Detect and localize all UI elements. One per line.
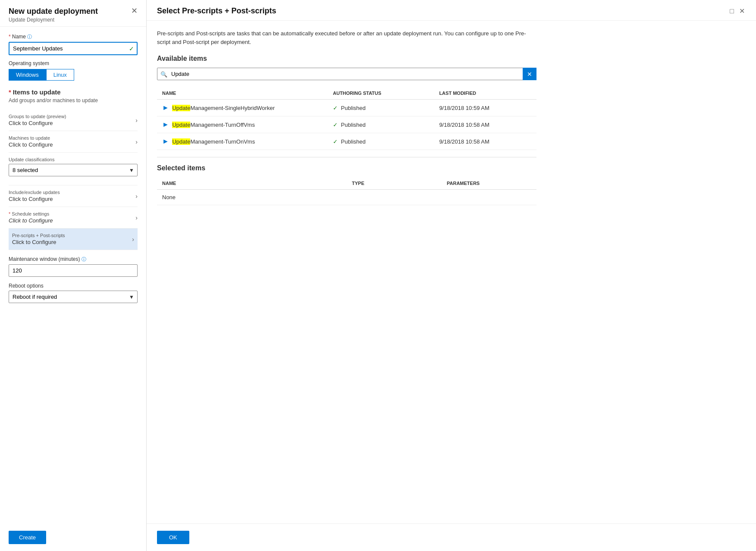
available-table-body: ► UpdateManagement-SingleHybridWorker ✓ …: [157, 100, 536, 150]
reboot-section: Reboot options Reboot if required Never …: [9, 283, 138, 303]
selected-none-text: None: [157, 190, 536, 205]
row1-lastmod: 9/18/2018 10:59 AM: [434, 100, 536, 116]
highlight-3: Update: [172, 138, 190, 145]
name-label-text: Name: [12, 34, 26, 40]
os-windows-button[interactable]: Windows: [9, 69, 46, 81]
groups-label: Groups to update (preview): [9, 114, 135, 119]
machines-value: Click to Configure: [9, 141, 135, 148]
right-panel-title: Select Pre-scripts + Post-scripts: [157, 6, 276, 16]
schedule-label: * Schedule settings: [9, 211, 135, 216]
highlight-2: Update: [172, 122, 190, 128]
create-button[interactable]: Create: [9, 531, 46, 544]
table-row[interactable]: ► UpdateManagement-TurnOffVms ✓ Publishe…: [157, 116, 536, 133]
left-body: * Name ⓘ ✓ Operating system Windows Linu…: [0, 27, 146, 526]
machines-chevron-icon: ›: [135, 138, 138, 145]
right-header: Select Pre-scripts + Post-scripts □ ✕: [147, 0, 756, 21]
azure-script-icon-2: ►: [162, 121, 169, 128]
prescript-chevron-icon: ›: [132, 236, 134, 243]
available-items-table: NAME AUTHORING STATUS LAST MODIFIED ► Up…: [157, 87, 536, 150]
search-clear-button[interactable]: ✕: [523, 68, 536, 80]
sel-col-header-params: PARAMETERS: [442, 177, 536, 190]
machines-config-item[interactable]: Machines to update Click to Configure ›: [9, 131, 138, 153]
update-class-label: Update classifications: [9, 157, 138, 162]
search-input[interactable]: [157, 68, 536, 80]
selected-section-heading: Selected items: [157, 164, 746, 172]
left-header-text: New update deployment Update Deployment: [9, 7, 98, 23]
selected-table-body: None: [157, 190, 536, 205]
groups-value: Click to Configure: [9, 120, 135, 126]
search-icon: 🔍: [160, 71, 167, 77]
right-header-buttons: □ ✕: [729, 6, 746, 16]
published-check-icon-1: ✓: [333, 105, 338, 111]
close-right-panel-button[interactable]: ✕: [738, 6, 746, 16]
prescript-label: Pre-scripts + Post-scripts: [12, 233, 132, 238]
include-exclude-chevron-icon: ›: [135, 193, 138, 200]
available-section-heading: Available items: [157, 55, 746, 63]
prescript-value: Click to Configure: [12, 239, 132, 245]
row3-authoring: ✓ Published: [328, 133, 434, 150]
required-star-name: *: [9, 34, 11, 40]
close-left-panel-button[interactable]: ✕: [131, 7, 138, 15]
available-table-header: NAME AUTHORING STATUS LAST MODIFIED: [157, 87, 536, 100]
sel-col-header-type: TYPE: [347, 177, 442, 190]
os-linux-button[interactable]: Linux: [46, 69, 74, 81]
maximize-button[interactable]: □: [729, 6, 735, 16]
required-star-schedule: *: [9, 211, 10, 216]
maintenance-input[interactable]: [9, 264, 138, 277]
name-field-label: * Name ⓘ: [9, 34, 138, 40]
maintenance-label: Maintenance window (minutes) ⓘ: [9, 256, 138, 263]
groups-config-item[interactable]: Groups to update (preview) Click to Conf…: [9, 110, 138, 131]
machines-label: Machines to update: [9, 135, 135, 141]
row1-name: ► UpdateManagement-SingleHybridWorker: [157, 100, 328, 116]
table-row[interactable]: ► UpdateManagement-SingleHybridWorker ✓ …: [157, 100, 536, 116]
update-class-select[interactable]: 8 selected: [9, 164, 138, 176]
name-info-icon[interactable]: ⓘ: [27, 34, 32, 39]
right-panel: Select Pre-scripts + Post-scripts □ ✕ Pr…: [147, 0, 756, 551]
os-buttons: Windows Linux: [9, 69, 138, 81]
row1-authoring: ✓ Published: [328, 100, 434, 116]
update-classifications-wrapper: Update classifications 8 selected ▼: [9, 153, 138, 185]
reboot-label: Reboot options: [9, 283, 138, 289]
azure-script-icon-3: ►: [162, 138, 169, 145]
items-subtitle: Add groups and/or machines to update: [9, 97, 138, 103]
published-check-icon-3: ✓: [333, 138, 338, 145]
right-body: Pre-scripts and Post-scripts are tasks t…: [147, 21, 756, 523]
row3-lastmod: 9/18/2018 10:58 AM: [434, 133, 536, 150]
selected-items-table: NAME TYPE PARAMETERS None: [157, 177, 536, 205]
maintenance-info-icon[interactable]: ⓘ: [82, 257, 86, 262]
name-check-icon: ✓: [129, 45, 134, 52]
reboot-dropdown-wrapper: Reboot if required Never reboot Always r…: [9, 291, 138, 303]
os-label: Operating system: [9, 60, 138, 66]
update-class-dropdown-wrapper: 8 selected ▼: [9, 164, 138, 176]
items-to-update-title: * Items to update: [9, 88, 138, 96]
row2-name: ► UpdateManagement-TurnOffVms: [157, 116, 328, 133]
left-header: New update deployment Update Deployment …: [0, 0, 146, 27]
col-header-authoring: AUTHORING STATUS: [328, 87, 434, 100]
include-exclude-value: Click to Configure: [9, 196, 135, 202]
items-title-text: Items to update: [13, 88, 61, 96]
row3-name: ► UpdateManagement-TurnOnVms: [157, 133, 328, 150]
section-divider: [157, 157, 536, 157]
name-input[interactable]: [9, 42, 138, 55]
right-description: Pre-scripts and Post-scripts are tasks t…: [157, 29, 532, 46]
published-check-icon-2: ✓: [333, 122, 338, 128]
azure-script-icon-1: ►: [162, 104, 169, 111]
maintenance-section: Maintenance window (minutes) ⓘ: [9, 256, 138, 277]
groups-chevron-icon: ›: [135, 117, 138, 124]
prescript-config-item[interactable]: Pre-scripts + Post-scripts Click to Conf…: [9, 229, 138, 250]
reboot-select[interactable]: Reboot if required Never reboot Always r…: [9, 291, 138, 303]
maintenance-label-text: Maintenance window (minutes): [9, 256, 80, 262]
right-footer: OK: [147, 523, 756, 551]
selected-table-header: NAME TYPE PARAMETERS: [157, 177, 536, 190]
row2-authoring: ✓ Published: [328, 116, 434, 133]
schedule-chevron-icon: ›: [135, 214, 138, 221]
ok-button[interactable]: OK: [157, 531, 189, 544]
table-row[interactable]: ► UpdateManagement-TurnOnVms ✓ Published…: [157, 133, 536, 150]
include-exclude-config-item[interactable]: Include/exclude updates Click to Configu…: [9, 185, 138, 207]
highlight-1: Update: [172, 105, 190, 111]
name-input-wrapper: ✓: [9, 42, 138, 55]
row2-lastmod: 9/18/2018 10:58 AM: [434, 116, 536, 133]
required-star-items: *: [9, 88, 11, 96]
schedule-config-item[interactable]: * Schedule settings Click to Configure ›: [9, 207, 138, 229]
search-wrapper: 🔍 ✕: [157, 68, 536, 80]
